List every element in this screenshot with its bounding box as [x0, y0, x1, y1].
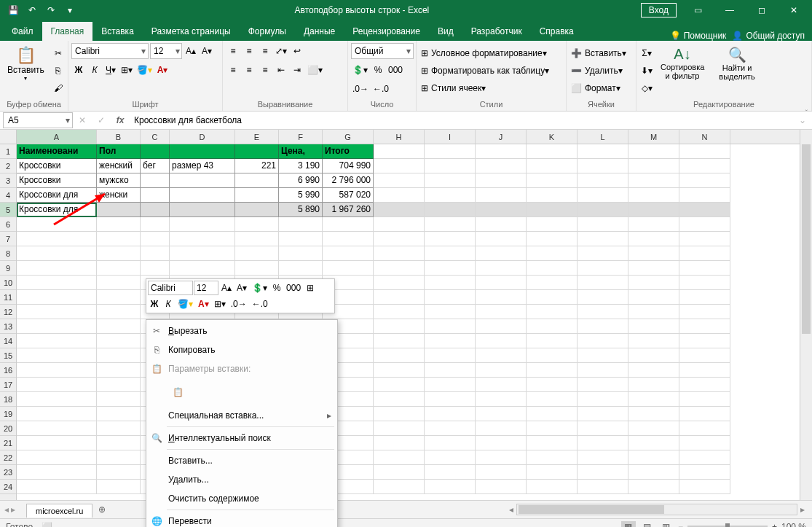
- col-header-C[interactable]: C: [141, 130, 170, 144]
- cell[interactable]: [476, 348, 527, 363]
- tab-developer[interactable]: Разработчик: [462, 22, 531, 41]
- tell-me[interactable]: 💡 Помощник: [670, 31, 727, 41]
- cell[interactable]: [374, 305, 425, 319]
- cell[interactable]: [628, 217, 679, 232]
- cell[interactable]: [679, 305, 730, 319]
- cell[interactable]: [425, 378, 476, 392]
- cell[interactable]: [527, 465, 578, 480]
- cell[interactable]: [628, 465, 679, 480]
- cell[interactable]: [17, 363, 97, 378]
- mini-size-combo[interactable]: [194, 281, 218, 295]
- italic-button[interactable]: К: [87, 62, 102, 78]
- cell[interactable]: [17, 261, 97, 276]
- mini-bold[interactable]: Ж: [148, 297, 161, 311]
- cell[interactable]: [578, 305, 628, 319]
- cm-copy[interactable]: ⎘Копировать: [146, 340, 337, 359]
- cell[interactable]: [628, 290, 679, 305]
- normal-view-button[interactable]: ▦: [621, 521, 636, 528]
- cell[interactable]: [323, 261, 374, 276]
- cell[interactable]: [628, 363, 679, 378]
- cell[interactable]: [578, 144, 628, 159]
- cell[interactable]: [425, 188, 476, 203]
- cell[interactable]: [374, 436, 425, 450]
- cell[interactable]: [679, 319, 730, 334]
- cell[interactable]: [527, 159, 578, 173]
- merge-button[interactable]: ⬜▾: [306, 62, 324, 78]
- cell[interactable]: [578, 203, 628, 217]
- cell[interactable]: [476, 276, 527, 290]
- cell[interactable]: [476, 232, 527, 246]
- tab-view[interactable]: Вид: [429, 22, 462, 41]
- cell[interactable]: [578, 217, 628, 232]
- sort-filter-button[interactable]: A↓ Сортировка и фильтр: [656, 43, 709, 83]
- cell[interactable]: [17, 232, 97, 246]
- cell[interactable]: [578, 348, 628, 363]
- cell[interactable]: [679, 436, 730, 450]
- cell[interactable]: [374, 203, 425, 217]
- col-header-D[interactable]: D: [170, 130, 235, 144]
- cell[interactable]: [578, 363, 628, 378]
- cell[interactable]: [17, 450, 97, 465]
- cell[interactable]: [476, 480, 527, 494]
- tab-page-layout[interactable]: Разметка страницы: [143, 22, 240, 41]
- cell[interactable]: [170, 144, 235, 159]
- add-sheet-button[interactable]: ⊕: [92, 504, 111, 515]
- cell[interactable]: [235, 217, 279, 232]
- cell[interactable]: [170, 173, 235, 188]
- cell[interactable]: [578, 421, 628, 436]
- cell[interactable]: [578, 173, 628, 188]
- cell[interactable]: [679, 348, 730, 363]
- fill-button[interactable]: ⬇▾: [639, 63, 654, 79]
- cell[interactable]: [628, 173, 679, 188]
- mini-font-combo[interactable]: [148, 281, 193, 295]
- cell[interactable]: [628, 305, 679, 319]
- cell[interactable]: бег: [141, 159, 170, 173]
- cell[interactable]: [628, 348, 679, 363]
- cut-button[interactable]: ✂: [51, 45, 66, 61]
- cell[interactable]: [374, 480, 425, 494]
- underline-button[interactable]: Ч▾: [103, 62, 118, 78]
- row-header-2[interactable]: 2: [0, 159, 16, 173]
- cm-smart-lookup[interactable]: 🔍Интеллектуальный поиск: [146, 429, 337, 448]
- cm-delete[interactable]: Удалить...: [146, 470, 337, 489]
- cell[interactable]: [374, 188, 425, 203]
- cell[interactable]: [141, 261, 170, 276]
- mini-inc-decimal[interactable]: .0→: [229, 297, 249, 311]
- cell[interactable]: [628, 276, 679, 290]
- cell[interactable]: [476, 217, 527, 232]
- tab-insert[interactable]: Вставка: [92, 22, 143, 41]
- share-button[interactable]: 👤 Общий доступ: [732, 31, 805, 41]
- collapse-ribbon-button[interactable]: ˇ: [805, 109, 808, 117]
- cell[interactable]: 2 796 000: [323, 173, 374, 188]
- cell[interactable]: [476, 334, 527, 348]
- cell[interactable]: [374, 465, 425, 480]
- cell[interactable]: [476, 421, 527, 436]
- cell[interactable]: [527, 334, 578, 348]
- cell[interactable]: [425, 305, 476, 319]
- currency-button[interactable]: 💲▾: [351, 62, 369, 78]
- cm-paste-default[interactable]: 📋: [168, 382, 187, 402]
- cell[interactable]: [628, 407, 679, 421]
- row-header-16[interactable]: 16: [0, 363, 16, 378]
- cell[interactable]: 587 020: [323, 188, 374, 203]
- mini-currency[interactable]: 💲▾: [250, 281, 269, 295]
- conditional-formatting-button[interactable]: ⊞ Условное форматирование ▾: [419, 45, 563, 61]
- cell[interactable]: [374, 173, 425, 188]
- cell[interactable]: [679, 261, 730, 276]
- cell[interactable]: [17, 378, 97, 392]
- col-header-I[interactable]: I: [425, 130, 476, 144]
- cell[interactable]: [17, 421, 97, 436]
- tab-formulas[interactable]: Формулы: [240, 22, 295, 41]
- select-all-corner[interactable]: [0, 130, 17, 144]
- cell[interactable]: [679, 450, 730, 465]
- cell[interactable]: [17, 465, 97, 480]
- sheet-nav[interactable]: ◂ ▸: [0, 504, 26, 515]
- row-header-5[interactable]: 5: [0, 203, 16, 217]
- sheet-tab-active[interactable]: microexcel.ru: [26, 504, 92, 518]
- zoom-out-button[interactable]: −: [678, 522, 683, 528]
- cell[interactable]: [578, 378, 628, 392]
- cell[interactable]: [679, 173, 730, 188]
- cell[interactable]: [679, 334, 730, 348]
- row-header-21[interactable]: 21: [0, 436, 16, 450]
- cell[interactable]: [17, 407, 97, 421]
